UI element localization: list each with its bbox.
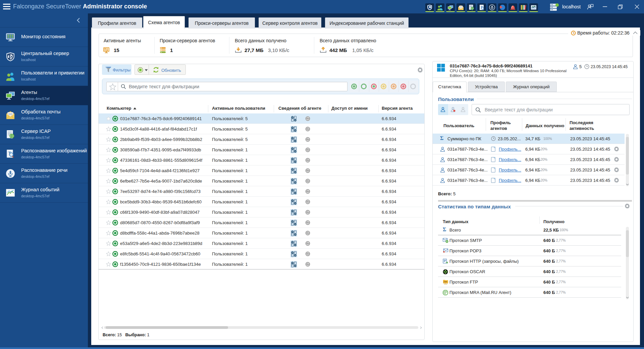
svg-text:FTP: FTP	[444, 281, 447, 283]
